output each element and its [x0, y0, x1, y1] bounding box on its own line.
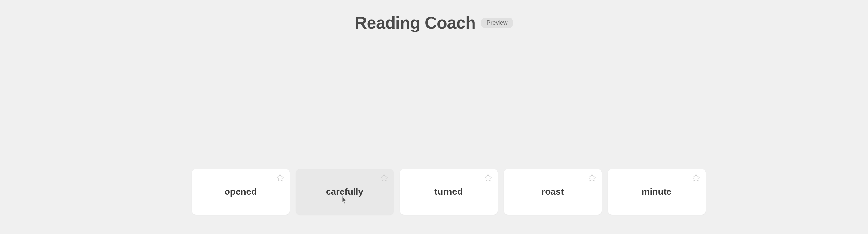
word-text: opened: [224, 187, 257, 197]
word-card-opened[interactable]: opened: [192, 169, 289, 214]
svg-marker-2: [485, 174, 492, 181]
cursor-pointer: [340, 195, 349, 209]
app-header: Reading Coach Preview: [354, 13, 513, 32]
word-card-carefully[interactable]: carefully: [296, 169, 394, 214]
word-card-minute[interactable]: minute: [608, 169, 706, 214]
star-icon[interactable]: [484, 174, 492, 182]
svg-marker-1: [380, 174, 388, 181]
star-icon[interactable]: [692, 174, 700, 182]
svg-marker-3: [589, 174, 596, 181]
word-card-roast[interactable]: roast: [504, 169, 601, 214]
svg-marker-0: [277, 174, 284, 181]
star-icon[interactable]: [588, 174, 596, 182]
app-title: Reading Coach: [354, 13, 475, 32]
word-cards-container: opened carefully turned: [0, 169, 868, 214]
svg-marker-4: [692, 174, 700, 181]
word-text: roast: [541, 187, 563, 197]
word-text: carefully: [326, 187, 363, 197]
star-icon[interactable]: [276, 174, 284, 182]
word-text: turned: [434, 187, 463, 197]
star-icon[interactable]: [380, 174, 388, 182]
preview-badge: Preview: [480, 18, 513, 28]
word-text: minute: [642, 187, 672, 197]
word-card-turned[interactable]: turned: [400, 169, 498, 214]
